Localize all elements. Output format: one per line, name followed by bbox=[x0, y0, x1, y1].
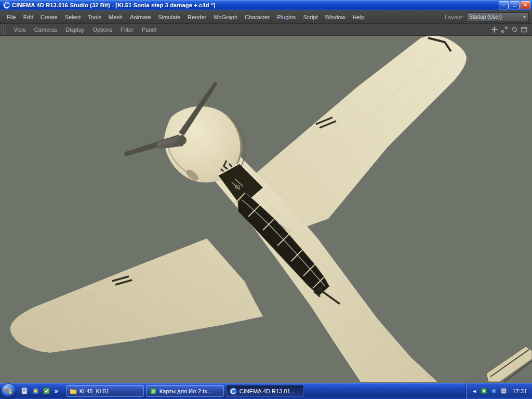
folder-icon bbox=[70, 388, 77, 395]
cinema4d-icon bbox=[230, 388, 237, 395]
tray-collapse-icon[interactable]: ◄ bbox=[472, 389, 478, 394]
menu-select[interactable]: Select bbox=[61, 10, 85, 24]
window-title: CINEMA 4D R13.016 Studio (32 Bit) - [Ki.… bbox=[12, 2, 498, 8]
menu-bar: File Edit Create Select Tools Mesh Anima… bbox=[0, 10, 532, 24]
system-tray: ◄ 17:31 bbox=[466, 383, 532, 399]
rotate-icon[interactable] bbox=[511, 26, 518, 33]
viewport bbox=[0, 36, 532, 383]
menu-character[interactable]: Character bbox=[241, 10, 273, 24]
menu-animate[interactable]: Animate bbox=[126, 10, 154, 24]
menu-plugins[interactable]: Plugins bbox=[273, 10, 299, 24]
quick-launch-icon-2[interactable] bbox=[31, 387, 40, 395]
menu-tools[interactable]: Tools bbox=[84, 10, 105, 24]
quick-launch-icon-3[interactable] bbox=[42, 387, 51, 395]
menu-render[interactable]: Render bbox=[184, 10, 210, 24]
tray-icon-gray[interactable] bbox=[500, 388, 507, 394]
task-label: Ki-45_Ki-51 bbox=[79, 388, 109, 394]
toggle-view-icon[interactable] bbox=[521, 26, 528, 33]
task-label: CINEMA 4D R13.01... bbox=[240, 388, 295, 394]
quick-launch-icon-1[interactable] bbox=[20, 387, 29, 395]
tray-icon-blue[interactable] bbox=[490, 388, 497, 394]
cinema4d-app-icon bbox=[3, 2, 10, 9]
quick-launch-bar: » bbox=[19, 387, 62, 395]
menu-edit[interactable]: Edit bbox=[20, 10, 37, 24]
viewport-3d-view[interactable] bbox=[0, 36, 532, 383]
viewport-nav-icons bbox=[491, 26, 532, 33]
windows-flag-icon bbox=[5, 387, 12, 395]
layout-label: Layout: bbox=[445, 14, 463, 20]
viewport-toolbar: View Cameras Display Options Filter Pane… bbox=[0, 24, 532, 36]
task-button-text-file[interactable]: Карты для Ил-2.tx... bbox=[146, 385, 224, 397]
task-button-cinema4d[interactable]: CINEMA 4D R13.01... bbox=[226, 385, 304, 397]
tray-icon-green[interactable] bbox=[481, 388, 487, 394]
vp-menu-view[interactable]: View bbox=[9, 24, 30, 36]
minimize-button[interactable]: – bbox=[499, 1, 509, 9]
task-buttons: Ki-45_Ki-51 Карты для Ил-2.tx... CINEMA … bbox=[66, 385, 304, 397]
layout-value: Startup (User) bbox=[469, 14, 502, 20]
zoom-icon[interactable] bbox=[501, 26, 508, 33]
menu-simulate[interactable]: Simulate bbox=[154, 10, 184, 24]
vp-menu-filter[interactable]: Filter bbox=[116, 24, 137, 36]
menu-mograph[interactable]: MoGraph bbox=[210, 10, 241, 24]
vp-menu-panel[interactable]: Panel bbox=[138, 24, 161, 36]
restore-button[interactable]: □ bbox=[510, 1, 520, 9]
menu-mesh[interactable]: Mesh bbox=[105, 10, 126, 24]
vp-menu-cameras[interactable]: Cameras bbox=[30, 24, 62, 36]
chevron-down-icon: ▼ bbox=[523, 15, 526, 19]
menu-create[interactable]: Create bbox=[37, 10, 61, 24]
vp-menu-options[interactable]: Options bbox=[88, 24, 116, 36]
menu-file[interactable]: File bbox=[3, 10, 20, 24]
title-bar: CINEMA 4D R13.016 Studio (32 Bit) - [Ki.… bbox=[0, 0, 532, 10]
quick-launch-overflow-chevron[interactable]: » bbox=[53, 388, 60, 395]
toolbar-grip[interactable] bbox=[0, 24, 6, 35]
pan-icon[interactable] bbox=[491, 26, 498, 33]
close-button[interactable]: × bbox=[521, 1, 530, 9]
layout-combobox[interactable]: Startup (User) ▼ bbox=[467, 12, 529, 21]
layout-area: Layout: Startup (User) ▼ bbox=[445, 12, 532, 21]
menu-help[interactable]: Help bbox=[349, 10, 368, 24]
task-label: Карты для Ил-2.tx... bbox=[159, 388, 212, 394]
menu-script[interactable]: Script bbox=[299, 10, 321, 24]
menu-window[interactable]: Window bbox=[322, 10, 349, 24]
taskbar: » Ki-45_Ki-51 Карты для Ил-2.tx... CINEM… bbox=[0, 383, 532, 399]
start-button[interactable] bbox=[1, 383, 16, 398]
text-file-icon bbox=[150, 388, 157, 395]
task-button-folder[interactable]: Ki-45_Ki-51 bbox=[66, 385, 144, 397]
taskbar-clock[interactable]: 17:31 bbox=[512, 388, 527, 394]
vp-menu-display[interactable]: Display bbox=[61, 24, 88, 36]
